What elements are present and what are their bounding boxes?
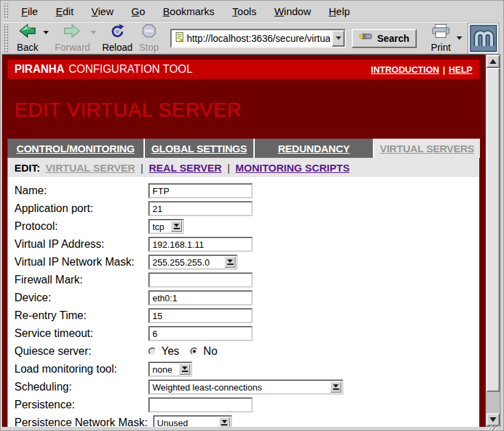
- menubar-grip-handle[interactable]: [3, 3, 9, 19]
- form-row-name: Name:: [8, 182, 479, 200]
- protocol-label: Protocol:: [14, 220, 148, 233]
- forward-label: Forward: [55, 42, 90, 53]
- persistence-network-mask-selected-value: Unused: [154, 418, 219, 428]
- back-label: Back: [17, 42, 38, 53]
- print-dropdown-arrow-icon[interactable]: [457, 36, 462, 40]
- page-proxy-icon[interactable]: [174, 32, 185, 45]
- stop-label: Stop: [139, 42, 159, 53]
- quiesce-server-radio-no[interactable]: No: [190, 345, 217, 358]
- print-icon: [431, 23, 450, 41]
- subnav-link-real-server[interactable]: REAL SERVER: [149, 162, 222, 174]
- form-row-load-monitoring-tool: Load monitoring tool:none: [8, 360, 479, 378]
- back-button[interactable]: Back: [12, 23, 43, 54]
- quiesce-server-label: Quiesce server:: [14, 345, 148, 358]
- name-input[interactable]: [148, 183, 253, 198]
- subnav-link-monitoring-scripts[interactable]: MONITORING SCRIPTS: [236, 162, 350, 174]
- name-label: Name:: [14, 185, 148, 197]
- persistence-network-mask-label: Persistence Network Mask:: [14, 417, 153, 427]
- form-row-quiesce-server: Quiesce server:YesNo: [8, 342, 479, 360]
- stop-icon: [141, 23, 157, 41]
- print-label: Print: [431, 42, 451, 53]
- scrollbar-down-button[interactable]: [486, 413, 500, 426]
- service-timeout-input[interactable]: [148, 326, 253, 341]
- protocol-selected-value: tcp: [150, 222, 171, 232]
- form-row-application-port: Application port:: [8, 200, 479, 218]
- page-viewport: PIRANHA CONFIGURATION TOOL INTRODUCTION …: [2, 54, 485, 427]
- dropdown-arrow-icon[interactable]: [179, 364, 190, 375]
- tab-control-monitoring[interactable]: CONTROL/MONITORING: [8, 139, 144, 158]
- scrollbar-thumb[interactable]: [486, 68, 500, 392]
- mozilla-logo[interactable]: [468, 23, 499, 54]
- dropdown-arrow-icon[interactable]: [225, 257, 236, 268]
- virtual-ip-address-label: Virtual IP Address:: [14, 238, 148, 251]
- radio-button-icon: [148, 347, 157, 356]
- virtual-ip-network-mask-select[interactable]: 255.255.255.0: [148, 255, 238, 270]
- form-row-virtual-ip-address: Virtual IP Address:: [8, 235, 479, 253]
- menu-item-go[interactable]: Go: [122, 5, 154, 17]
- application-port-input[interactable]: [148, 201, 253, 216]
- arrow-up-icon: [490, 59, 496, 64]
- banner-link-separator: |: [443, 65, 446, 75]
- form-row-firewall-mark: Firewall Mark:: [8, 271, 479, 289]
- persistence-input[interactable]: [148, 397, 253, 412]
- form-row-re-entry-time: Re-entry Time:: [8, 307, 479, 325]
- help-link[interactable]: HELP: [448, 65, 472, 75]
- url-input[interactable]: [185, 33, 332, 44]
- subnav: EDIT: VIRTUAL SERVER|REAL SERVER|MONITOR…: [8, 158, 479, 177]
- tab-virtual-servers[interactable]: VIRTUAL SERVERS: [374, 139, 480, 158]
- window-resize-grip[interactable]: [488, 426, 499, 430]
- tab-label: REDUNDANCY: [278, 143, 350, 154]
- tab-global-settings[interactable]: GLOBAL SETTINGS: [145, 139, 253, 158]
- menubar: FileEditViewGoBookmarksToolsWindowHelp: [2, 2, 499, 21]
- application-port-label: Application port:: [14, 202, 148, 215]
- re-entry-time-input[interactable]: [148, 308, 253, 323]
- scrollbar-up-button[interactable]: [486, 55, 500, 68]
- scheduling-selected-value: Weighted least-connections: [150, 382, 330, 393]
- menu-item-tools[interactable]: Tools: [223, 5, 265, 17]
- menu-item-view[interactable]: View: [82, 5, 122, 17]
- quiesce-server-radio-yes[interactable]: Yes: [148, 345, 179, 358]
- vertical-scrollbar[interactable]: [485, 54, 501, 427]
- back-dropdown-arrow-icon[interactable]: [43, 31, 49, 34]
- menu-item-edit[interactable]: Edit: [47, 5, 82, 17]
- introduction-link[interactable]: INTRODUCTION: [371, 65, 439, 75]
- load-monitoring-tool-select[interactable]: none: [148, 362, 192, 377]
- quiesce-server-option-label: No: [203, 345, 217, 358]
- form-rows: Name:Application port:Protocol:tcpVirtua…: [8, 182, 479, 427]
- dropdown-arrow-icon[interactable]: [330, 382, 341, 393]
- search-icon: [359, 32, 373, 45]
- back-icon: [19, 23, 36, 41]
- protocol-select[interactable]: tcp: [148, 219, 184, 234]
- firewall-mark-input[interactable]: [148, 272, 253, 288]
- tab-redundancy[interactable]: REDUNDANCY: [255, 139, 373, 158]
- scheduling-label: Scheduling:: [14, 381, 148, 393]
- toolbar: Back Forward Reload: [2, 22, 499, 54]
- menu-item-file[interactable]: File: [12, 5, 47, 17]
- toolbar-grip-handle[interactable]: [3, 24, 8, 52]
- persistence-label: Persistence:: [14, 399, 148, 411]
- search-button[interactable]: Search: [352, 29, 417, 48]
- reload-button[interactable]: Reload: [102, 23, 133, 54]
- menu-item-window[interactable]: Window: [265, 5, 319, 17]
- virtual-ip-network-mask-label: Virtual IP Network Mask:: [14, 256, 148, 268]
- print-button[interactable]: Print: [425, 23, 457, 54]
- dropdown-arrow-icon[interactable]: [171, 221, 182, 232]
- forward-icon: [63, 23, 81, 41]
- device-input[interactable]: [148, 290, 253, 305]
- forward-dropdown-arrow-icon[interactable]: [91, 31, 96, 34]
- tab-bar: CONTROL/MONITORINGGLOBAL SETTINGSREDUNDA…: [8, 139, 479, 158]
- forward-button[interactable]: Forward: [54, 23, 91, 54]
- virtual-ip-network-mask-selected-value: 255.255.255.0: [150, 257, 225, 268]
- tab-label: GLOBAL SETTINGS: [151, 143, 247, 154]
- scheduling-select[interactable]: Weighted least-connections: [148, 380, 343, 395]
- url-history-dropdown-button[interactable]: [332, 30, 345, 47]
- persistence-network-mask-select[interactable]: Unused: [153, 415, 232, 427]
- virtual-ip-address-input[interactable]: [148, 237, 253, 252]
- menu-item-bookmarks[interactable]: Bookmarks: [154, 5, 223, 17]
- subnav-link-virtual-server[interactable]: VIRTUAL SERVER: [46, 162, 135, 174]
- dropdown-arrow-icon[interactable]: [219, 417, 230, 427]
- subnav-links: VIRTUAL SERVER|REAL SERVER|MONITORING SC…: [46, 162, 350, 174]
- menu-item-help[interactable]: Help: [320, 5, 359, 17]
- stop-button[interactable]: Stop: [133, 23, 165, 54]
- brand-name: PIRANHA: [14, 63, 65, 75]
